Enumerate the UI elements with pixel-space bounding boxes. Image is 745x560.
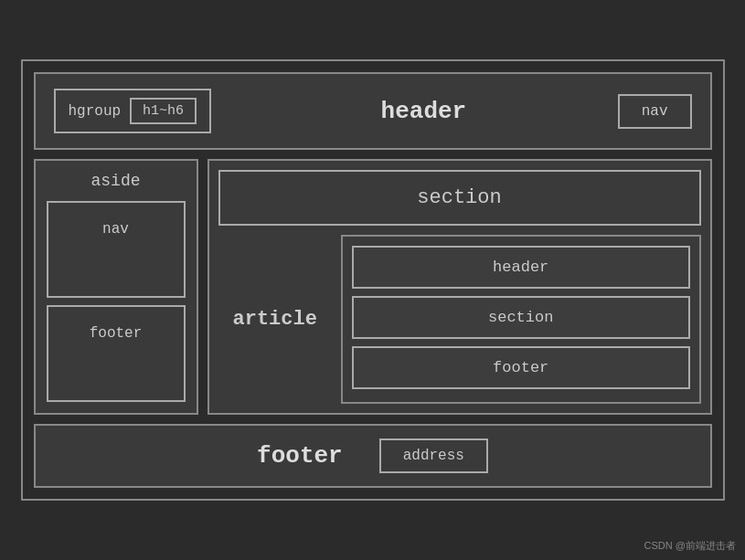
article-row: article header section footer (218, 235, 701, 404)
right-col: section article header section (208, 159, 712, 415)
hgroup-box: hgroup h1~h6 (54, 89, 212, 133)
page-container: hgroup h1~h6 header nav aside nav footer (21, 59, 725, 501)
header-nav-box: nav (618, 94, 692, 129)
watermark: CSDN @前端进击者 (644, 539, 736, 553)
hgroup-label: hgroup (69, 103, 122, 120)
article-header-label: header (493, 259, 548, 276)
header-main-label: header (244, 98, 603, 125)
article-inner-col: header section footer (341, 235, 701, 404)
section-top-box: section (218, 170, 701, 226)
aside-nav-box: nav (47, 201, 186, 298)
aside-nav-label: nav (102, 221, 129, 238)
footer-main-label: footer (257, 442, 343, 470)
header-nav-label: nav (642, 103, 668, 120)
article-footer-box: footer (352, 346, 690, 389)
address-box: address (379, 438, 488, 473)
aside-footer-box: footer (47, 305, 186, 402)
article-section-label: section (488, 309, 553, 326)
h1h6-box: h1~h6 (130, 98, 197, 124)
article-footer-label: footer (493, 359, 548, 376)
article-header-box: header (352, 246, 690, 289)
aside-box: aside nav footer (34, 159, 198, 415)
article-label-area: article (218, 235, 332, 404)
footer-row: footer address (34, 424, 712, 488)
section-top-label: section (417, 186, 501, 209)
article-label: article (233, 308, 317, 331)
outer-wrapper: hgroup h1~h6 header nav aside nav footer (12, 50, 734, 510)
middle-row: aside nav footer section article (34, 159, 712, 415)
header-row: hgroup h1~h6 header nav (34, 72, 712, 150)
aside-label: aside (47, 172, 186, 190)
article-section-box: section (352, 296, 690, 339)
address-label: address (403, 448, 464, 464)
h1h6-label: h1~h6 (143, 103, 184, 119)
aside-footer-label: footer (90, 325, 143, 342)
